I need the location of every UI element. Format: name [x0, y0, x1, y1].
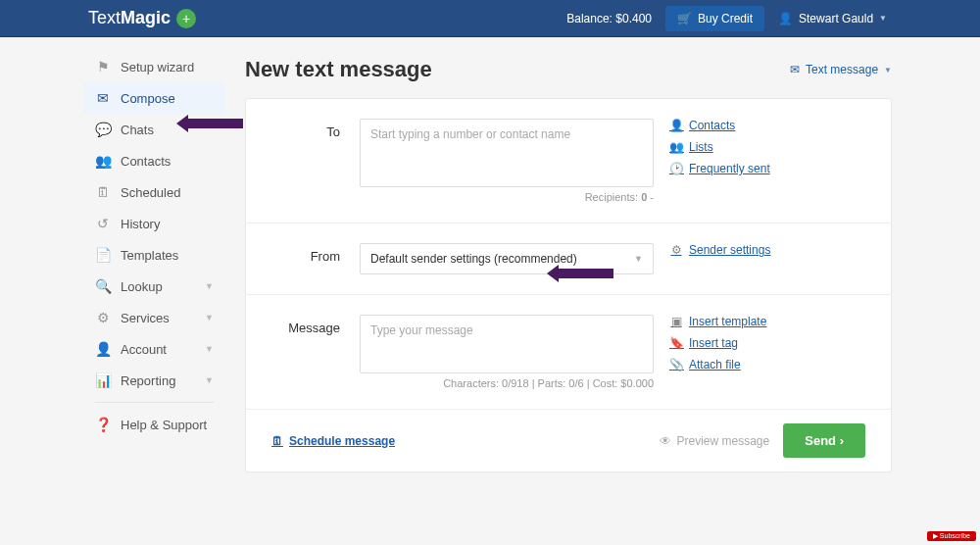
calendar-icon: 🗓: [271, 434, 283, 448]
people-icon: 👥: [669, 140, 683, 154]
sidebar-item-label: Setup wizard: [121, 60, 194, 74]
header-right: Balance: $0.400 🛒 Buy Credit 👤 Stewart G…: [566, 6, 887, 31]
envelope-icon: ✉: [790, 63, 800, 76]
chevron-down-icon: ▼: [879, 14, 887, 23]
send-button[interactable]: Send ›: [783, 423, 865, 458]
sidebar-item-history[interactable]: ↺History: [83, 208, 225, 239]
sidebar-item-label: Chats: [121, 123, 154, 137]
preview-message-link[interactable]: 👁Preview message: [660, 434, 770, 448]
sidebar-item-label: Templates: [121, 248, 178, 263]
chevron-down-icon: ▼: [205, 375, 214, 385]
sidebar-item-chats[interactable]: 💬Chats: [83, 114, 225, 145]
user-menu[interactable]: 👤 Stewart Gauld ▼: [778, 12, 887, 25]
frequently-sent-link[interactable]: 🕑Frequently sent: [669, 162, 816, 175]
user-icon: 👤: [669, 119, 683, 132]
history-icon: ↺: [95, 216, 111, 231]
to-section: To Start typing a number or contact name…: [246, 99, 891, 223]
lists-link[interactable]: 👥Lists: [669, 140, 816, 154]
to-label: To: [271, 119, 340, 203]
sidebar-item-scheduled[interactable]: 🗓Scheduled: [83, 176, 225, 208]
cart-icon: 🛒: [677, 12, 692, 25]
chevron-right-icon: ›: [840, 433, 844, 448]
sidebar-item-label: Services: [121, 311, 170, 325]
from-section: From Default sender settings (recommende…: [246, 223, 891, 295]
sidebar-item-label: Account: [121, 342, 167, 357]
balance-label: Balance: $0.400: [566, 12, 652, 25]
page-title: New text message: [245, 57, 432, 82]
sidebar-divider: [95, 402, 214, 403]
sidebar-item-label: Help & Support: [121, 418, 207, 432]
message-type-dropdown[interactable]: ✉ Text message ▼: [790, 63, 892, 76]
sidebar-item-templates[interactable]: 📄Templates: [83, 239, 225, 271]
document-icon: 📄: [95, 247, 111, 263]
sidebar-item-label: Scheduled: [121, 185, 180, 200]
buy-credit-label: Buy Credit: [698, 12, 753, 25]
user-icon: 👤: [95, 341, 111, 357]
chat-icon: 💬: [95, 122, 111, 137]
from-label: From: [271, 243, 340, 274]
flag-icon: ⚑: [95, 59, 111, 74]
gear-icon: ⚙: [669, 243, 683, 257]
message-stats: Characters: 0/918 | Parts: 0/6 | Cost: $…: [360, 377, 654, 389]
top-header: TextMagic + Balance: $0.400 🛒 Buy Credit…: [0, 0, 980, 37]
type-label: Text message: [806, 63, 878, 76]
sidebar-item-setup-wizard[interactable]: ⚑Setup wizard: [83, 51, 225, 82]
chevron-down-icon: ▼: [205, 281, 214, 291]
gear-icon: ⚙: [95, 310, 111, 325]
sidebar-item-lookup[interactable]: 🔍Lookup▼: [83, 271, 225, 302]
from-select[interactable]: Default sender settings (recommended) ▼: [360, 243, 654, 274]
help-icon: ❓: [95, 417, 111, 432]
recipients-count: Recipients: 0 -: [360, 191, 654, 203]
sidebar-item-compose[interactable]: ✉Compose: [83, 82, 225, 114]
insert-tag-link[interactable]: 🔖Insert tag: [669, 336, 816, 350]
user-name: Stewart Gauld: [799, 12, 873, 25]
eye-icon: 👁: [660, 434, 671, 448]
template-icon: ▣: [669, 315, 683, 328]
user-icon: 👤: [778, 12, 793, 25]
from-value: Default sender settings (recommended): [370, 252, 577, 266]
sidebar-item-label: Compose: [121, 91, 175, 106]
compose-panel: To Start typing a number or contact name…: [245, 98, 892, 472]
paperclip-icon: 📎: [669, 358, 683, 372]
sidebar-item-label: History: [121, 217, 160, 231]
logo: TextMagic: [88, 8, 171, 28]
chevron-down-icon: ▼: [205, 344, 214, 354]
compose-icon: ✉: [95, 90, 111, 106]
sidebar-item-account[interactable]: 👤Account▼: [83, 333, 225, 365]
message-section: Message Type your message Characters: 0/…: [246, 295, 891, 410]
people-icon: 👥: [95, 153, 111, 169]
bookmark-icon: 🔖: [669, 336, 683, 350]
sidebar-item-contacts[interactable]: 👥Contacts: [83, 145, 225, 176]
schedule-message-link[interactable]: 🗓Schedule message: [271, 434, 395, 448]
chevron-down-icon: ▼: [205, 313, 214, 322]
footer-row: 🗓Schedule message 👁Preview message Send …: [246, 410, 891, 471]
sender-settings-link[interactable]: ⚙Sender settings: [669, 243, 816, 257]
search-icon: 🔍: [95, 278, 111, 294]
logo-text: Text: [88, 8, 121, 27]
calendar-icon: 🗓: [95, 184, 111, 200]
sidebar-item-label: Contacts: [121, 154, 171, 169]
to-side-links: 👤Contacts 👥Lists 🕑Frequently sent: [669, 119, 816, 203]
sidebar-item-help[interactable]: ❓Help & Support: [83, 409, 225, 440]
sidebar: ⚑Setup wizard ✉Compose 💬Chats 👥Contacts …: [83, 37, 225, 492]
chart-icon: 📊: [95, 372, 111, 388]
insert-template-link[interactable]: ▣Insert template: [669, 315, 816, 328]
sidebar-item-label: Lookup: [121, 279, 163, 294]
to-input[interactable]: Start typing a number or contact name: [360, 119, 654, 187]
chevron-down-icon: ▼: [884, 66, 892, 74]
plus-icon[interactable]: +: [176, 9, 196, 28]
buy-credit-button[interactable]: 🛒 Buy Credit: [665, 6, 764, 31]
sidebar-item-services[interactable]: ⚙Services▼: [83, 302, 225, 333]
message-label: Message: [271, 315, 340, 389]
main-content: New text message ✉ Text message ▼ To Sta…: [225, 37, 980, 492]
sidebar-item-reporting[interactable]: 📊Reporting▼: [83, 365, 225, 396]
clock-icon: 🕑: [669, 162, 683, 175]
chevron-down-icon: ▼: [634, 254, 643, 264]
logo-bold: Magic: [121, 8, 171, 27]
contacts-link[interactable]: 👤Contacts: [669, 119, 816, 132]
message-input[interactable]: Type your message: [360, 315, 654, 373]
attach-file-link[interactable]: 📎Attach file: [669, 358, 816, 372]
sidebar-item-label: Reporting: [121, 373, 175, 388]
